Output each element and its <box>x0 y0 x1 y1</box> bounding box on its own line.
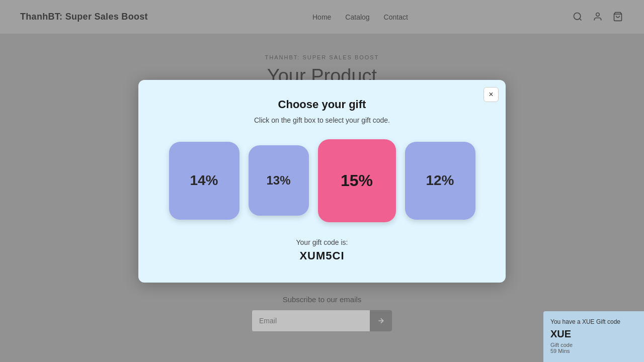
gift-box-4[interactable]: 12% <box>405 142 475 220</box>
gift-box-2[interactable]: 13% <box>249 145 309 216</box>
gift-box-1[interactable]: 14% <box>169 142 239 220</box>
gift-box-2-label: 13% <box>266 173 290 188</box>
modal-close-button[interactable]: × <box>484 87 499 102</box>
modal-overlay[interactable]: × Choose your gift Click on the gift box… <box>0 0 644 362</box>
modal-subtitle: Click on the gift box to select your gif… <box>158 116 486 124</box>
gift-box-3[interactable]: 15% <box>318 139 396 222</box>
gift-box-1-label: 14% <box>190 172 218 189</box>
gift-boxes-container: 14% 13% 15% 12% <box>158 139 486 222</box>
gift-code-value: XUM5CI <box>158 249 486 262</box>
notification-popup[interactable]: You have a XUE Gift code XUE Gift code 5… <box>543 311 644 362</box>
gift-modal: × Choose your gift Click on the gift box… <box>138 80 506 283</box>
notif-detail2: 59 Mins <box>550 348 637 354</box>
notif-code: XUE <box>550 328 637 340</box>
notif-detail1: Gift code <box>550 342 637 348</box>
gift-code-section: Your gift code is: XUM5CI <box>158 238 486 262</box>
notif-title: You have a XUE Gift code <box>550 318 637 325</box>
gift-box-3-label: 15% <box>341 171 373 190</box>
modal-title: Choose your gift <box>158 98 486 111</box>
gift-code-label: Your gift code is: <box>158 238 486 246</box>
gift-box-4-label: 12% <box>426 172 454 189</box>
